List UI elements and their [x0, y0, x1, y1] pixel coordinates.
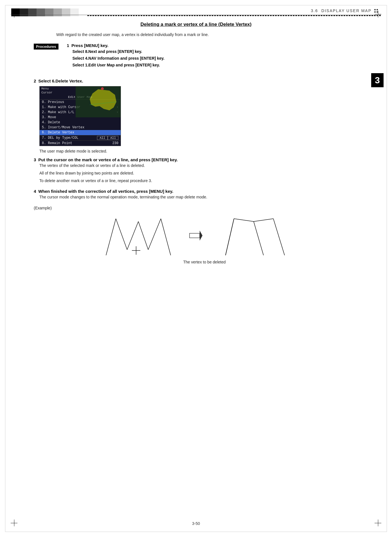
menu-bottom-7: 7. DEL by Type/COL All All	[40, 135, 121, 140]
svg-line-5	[127, 221, 138, 250]
page-number: 3-50	[192, 521, 200, 526]
step3-body-0: The vertex of the selected mark or verte…	[39, 163, 358, 169]
after-diagram	[220, 213, 287, 258]
svg-line-8	[148, 219, 161, 250]
step1-content: 1 Press [MENU] key. Select 8.Next and pr…	[67, 43, 358, 73]
step3-title: Put the cursor on the mark or vertex of …	[38, 157, 178, 162]
crosshair-br	[375, 520, 381, 526]
step1-block: 1 Press [MENU] key. Select 8.Next and pr…	[67, 43, 358, 68]
step4-body-0: The cursor mode changes to the normal op…	[39, 194, 358, 200]
main-content: Deleting a mark or vertex of a line (Del…	[34, 22, 358, 264]
step3-body-1: All of the lines drawn by joining two po…	[39, 170, 358, 176]
step4-header: 4 When finished with the correction of a…	[34, 189, 358, 194]
menu-item-5: 5. Insert/Move Vertex	[40, 125, 121, 130]
svg-line-18	[273, 219, 285, 255]
section-title: Deleting a mark or vertex of a line (Del…	[34, 22, 358, 27]
arrow-diagram	[189, 230, 203, 241]
procedures-badge: Procedures	[34, 44, 58, 50]
step2-number: 2	[34, 79, 36, 83]
after-menu-caption: The user map delete mode is selected.	[39, 149, 358, 153]
step4-block: 4 When finished with the correction of a…	[34, 189, 358, 200]
step1-detail: Select 8.Next and press [ENTER] key. Sel…	[73, 48, 358, 68]
step3-body-2: To delete another mark or vertex of a or…	[39, 178, 358, 184]
step4-number: 4	[34, 189, 36, 194]
crosshair-bl	[11, 520, 17, 526]
menu-screenshot: Menu Cursor Edit User Map 0. Previous 1.…	[39, 86, 121, 146]
step1-title: Press [MENU] key.	[71, 43, 108, 48]
step3-block: 3 Put the cursor on the mark or vertex o…	[34, 157, 358, 184]
procedures-row: Procedures 1 Press [MENU] key. Select 8.…	[34, 43, 358, 73]
diagram-area	[34, 213, 358, 258]
menu-bottom-8: 8. Remain Point 230	[40, 140, 121, 146]
svg-marker-13	[200, 231, 202, 241]
step2-header: 2 Select 6.Delete Vertex.	[34, 79, 358, 83]
svg-line-15	[234, 219, 254, 221]
svg-line-4	[116, 219, 127, 250]
step1-header: 1 Press [MENU] key.	[67, 43, 358, 48]
step2-title: Select 6.Delete Vertex.	[38, 79, 83, 83]
example-label: (Example)	[34, 206, 358, 210]
svg-line-17	[254, 219, 273, 221]
step1-number: 1	[67, 43, 69, 48]
before-diagram	[105, 213, 172, 258]
intro-text: With regard to the created user map, a v…	[56, 32, 358, 37]
svg-line-9	[161, 219, 171, 255]
section-label: 3.6 DISAPLAY USER MAP	[311, 8, 371, 13]
svg-line-7	[138, 221, 148, 250]
svg-line-19	[226, 219, 234, 255]
menu-item-6-highlighted: 6. Delete Vertex	[40, 130, 121, 135]
svg-line-16	[254, 221, 263, 255]
step4-title: When finished with the correction of all…	[38, 189, 173, 194]
menu-item-4: 4. Delete	[40, 120, 121, 125]
step2-block: 2 Select 6.Delete Vertex. Menu Cursor	[34, 79, 358, 153]
menu-label: Menu	[41, 87, 49, 90]
chapter-number: 3	[371, 73, 384, 87]
svg-line-6	[106, 219, 116, 255]
svg-point-2	[101, 87, 104, 90]
step3-header: 3 Put the cursor on the mark or vertex o…	[34, 157, 358, 162]
page-header: 3.6 DISAPLAY USER MAP	[11, 8, 381, 15]
step3-number: 3	[34, 157, 36, 162]
header-dots	[374, 9, 378, 13]
svg-rect-12	[190, 233, 200, 238]
vertex-label: The vertex to be deleted	[51, 260, 358, 264]
